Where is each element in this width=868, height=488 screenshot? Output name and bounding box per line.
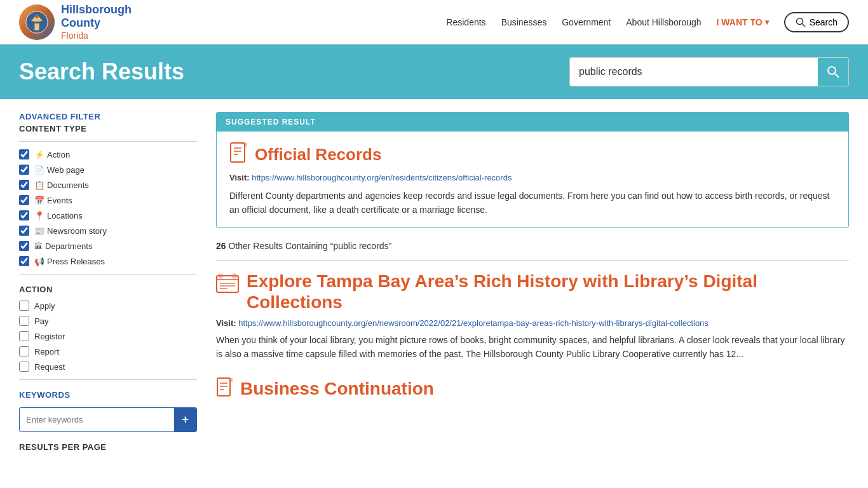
nav-residents[interactable]: Residents [446,17,485,27]
suggested-title: Official Records [255,145,381,165]
suggested-body: Official Records Visit: https://www.hill… [217,132,848,227]
action-icon: ⚡ [34,150,44,159]
filter-documents-checkbox[interactable] [19,180,29,190]
documents-icon: 📋 [34,180,44,190]
svg-rect-9 [231,143,245,162]
filter-newsroom[interactable]: 📰Newsroom story [19,226,197,236]
keywords-add-button[interactable]: + [174,408,196,431]
filter-locations-checkbox[interactable] [19,210,29,220]
svg-rect-3 [34,17,41,22]
result1-visit-link[interactable]: https://www.hillsboroughcounty.org/en/ne… [238,318,709,328]
register-checkbox[interactable] [19,331,29,341]
main-search-button[interactable] [818,58,848,86]
suggested-desc: Different County departments and agencie… [229,189,836,217]
sidebar: ADVANCED FILTER CONTENT TYPE ⚡Action 📄We… [19,112,197,452]
nav-iwantto[interactable]: I WANT TO ▾ [717,17,769,27]
filter-press-checkbox[interactable] [19,256,29,266]
divider [19,141,197,142]
result-item-1: Explore Tampa Bay Area’s Rich History wi… [216,271,849,362]
request-checkbox[interactable] [19,362,29,372]
nav-about[interactable]: About Hillsborough [626,17,701,27]
main-search-input[interactable] [570,58,818,85]
svg-point-5 [796,18,803,24]
filter-webpage[interactable]: 📄Web page [19,165,197,175]
official-records-icon [229,142,248,168]
site-header: Hillsborough County Florida Residents Bu… [0,0,868,44]
content-type-filters: ⚡Action 📄Web page 📋Documents 📅Events 📍Lo… [19,149,197,266]
chevron-down-icon: ▾ [765,18,769,27]
content-type-title: CONTENT TYPE [19,124,197,133]
keywords-section: KEYWORDS + [19,390,197,432]
filter-action[interactable]: ⚡Action [19,149,197,159]
press-icon: 📢 [34,257,44,266]
filter-documents[interactable]: 📋Documents [19,180,197,190]
action-apply[interactable]: Apply [19,301,197,311]
nav-businesses[interactable]: Businesses [501,17,547,27]
filter-press-releases[interactable]: 📢Press Releases [19,256,197,266]
main-container: ADVANCED FILTER CONTENT TYPE ⚡Action 📄We… [0,99,868,464]
report-checkbox[interactable] [19,346,29,356]
events-icon: 📅 [34,196,44,205]
results-per-page-title: RESULTS PER PAGE [19,442,197,452]
result2-title[interactable]: Business Continuation [240,379,434,399]
search-submit-icon [827,65,839,78]
svg-point-4 [35,15,38,18]
svg-point-7 [828,67,836,74]
filter-departments-checkbox[interactable] [19,241,29,251]
result1-visit: Visit: https://www.hillsboroughcounty.or… [216,318,849,328]
other-results-count: 26 Other Results Containing “public reco… [216,241,849,261]
result2-icon [216,377,234,402]
results-area: SUGGESTED RESULT Official Records [216,112,849,452]
logo-county2: County [61,17,132,30]
keywords-input[interactable] [20,410,174,430]
locations-icon: 📍 [34,211,44,220]
newsroom-icon: 📰 [34,226,44,236]
apply-checkbox[interactable] [19,301,29,311]
logo-text: Hillsborough County Florida [61,3,132,41]
svg-line-6 [802,24,805,27]
filter-events-checkbox[interactable] [19,195,29,205]
suggested-visit: Visit: https://www.hillsboroughcounty.or… [229,173,836,182]
suggested-title-row: Official Records [229,142,836,168]
action-report[interactable]: Report [19,346,197,356]
suggested-header: SUGGESTED RESULT [217,112,848,132]
result1-icon [216,273,239,299]
svg-rect-16 [219,274,222,278]
logo-state: Florida [61,30,132,41]
result2-title-row: Business Continuation [216,377,849,402]
action-title: ACTION [19,285,197,294]
header-search-button[interactable]: Search [784,12,849,32]
keywords-input-row[interactable]: + [19,407,197,432]
svg-line-8 [835,74,839,78]
result-item-2: Business Continuation [216,377,849,402]
suggested-visit-link[interactable]: https://www.hillsboroughcounty.org/en/re… [252,173,512,182]
logo-icon [19,4,55,40]
keywords-title: KEYWORDS [19,390,197,400]
logo-area[interactable]: Hillsborough County Florida [19,3,132,41]
action-register[interactable]: Register [19,331,197,341]
svg-rect-17 [233,274,236,278]
main-nav: Residents Businesses Government About Hi… [446,12,849,32]
advanced-filter-title: ADVANCED FILTER [19,112,197,121]
filter-events[interactable]: 📅Events [19,195,197,205]
filter-action-checkbox[interactable] [19,149,29,159]
logo-county: Hillsborough [61,3,132,17]
pay-checkbox[interactable] [19,316,29,326]
suggested-result-box: SUGGESTED RESULT Official Records [216,112,849,228]
nav-government[interactable]: Government [562,17,611,27]
filter-departments[interactable]: 🏛Departments [19,241,197,251]
departments-icon: 🏛 [34,241,43,251]
filter-locations[interactable]: 📍Locations [19,210,197,220]
result1-title[interactable]: Explore Tampa Bay Area’s Rich History wi… [247,271,849,313]
divider-action [19,274,197,274]
divider-keywords [19,379,197,380]
svg-rect-1 [34,23,39,30]
action-request[interactable]: Request [19,362,197,372]
filter-webpage-checkbox[interactable] [19,165,29,175]
action-pay[interactable]: Pay [19,316,197,326]
page-title: Search Results [19,58,184,85]
main-search-bar[interactable] [569,57,849,86]
result1-desc: When you think of your local library, yo… [216,333,849,362]
svg-rect-21 [217,378,230,396]
filter-newsroom-checkbox[interactable] [19,226,29,236]
